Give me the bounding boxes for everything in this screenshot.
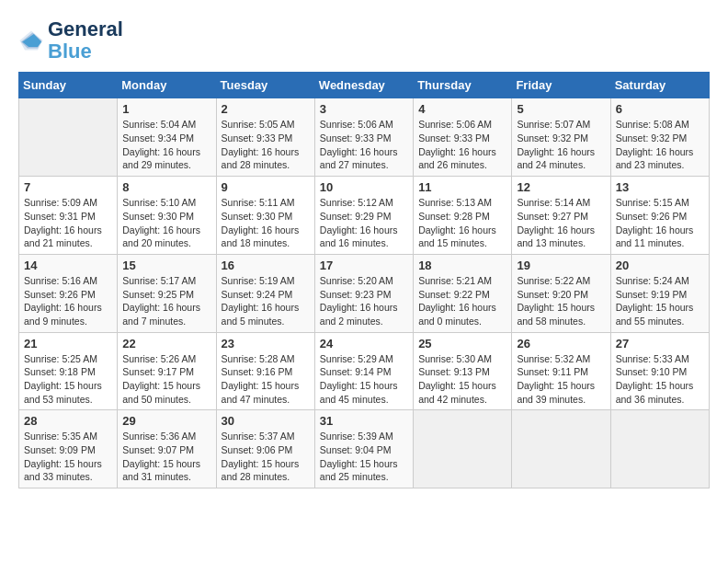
day-number: 22: [122, 337, 210, 350]
day-cell: 22Sunrise: 5:26 AM Sunset: 9:17 PM Dayli…: [118, 332, 216, 410]
day-cell: 9Sunrise: 5:11 AM Sunset: 9:30 PM Daylig…: [216, 177, 314, 255]
day-info: Sunrise: 5:30 AM Sunset: 9:13 PM Dayligh…: [418, 352, 506, 407]
day-number: 8: [122, 180, 210, 194]
day-cell: [414, 410, 512, 488]
day-number: 6: [616, 102, 704, 116]
day-info: Sunrise: 5:29 AM Sunset: 9:14 PM Dayligh…: [320, 352, 408, 407]
day-info: Sunrise: 5:17 AM Sunset: 9:25 PM Dayligh…: [122, 274, 210, 328]
day-number: 20: [616, 259, 704, 272]
day-number: 31: [320, 414, 408, 428]
day-cell: 15Sunrise: 5:17 AM Sunset: 9:25 PM Dayli…: [118, 254, 216, 332]
day-info: Sunrise: 5:06 AM Sunset: 9:33 PM Dayligh…: [320, 118, 408, 172]
day-info: Sunrise: 5:16 AM Sunset: 9:26 PM Dayligh…: [24, 274, 112, 328]
day-cell: 31Sunrise: 5:39 AM Sunset: 9:04 PM Dayli…: [314, 410, 413, 488]
week-row-4: 21Sunrise: 5:25 AM Sunset: 9:18 PM Dayli…: [19, 332, 710, 410]
header-cell-wednesday: Wednesday: [314, 73, 413, 98]
day-info: Sunrise: 5:21 AM Sunset: 9:22 PM Dayligh…: [418, 274, 506, 328]
day-info: Sunrise: 5:28 AM Sunset: 9:16 PM Dayligh…: [222, 352, 310, 407]
day-number: 9: [222, 180, 310, 194]
day-cell: 8Sunrise: 5:10 AM Sunset: 9:30 PM Daylig…: [118, 177, 216, 255]
day-number: 29: [122, 414, 210, 428]
day-number: 21: [24, 337, 112, 350]
day-cell: 7Sunrise: 5:09 AM Sunset: 9:31 PM Daylig…: [19, 177, 118, 255]
week-row-2: 7Sunrise: 5:09 AM Sunset: 9:31 PM Daylig…: [19, 177, 710, 255]
day-info: Sunrise: 5:04 AM Sunset: 9:34 PM Dayligh…: [122, 118, 210, 172]
logo: General Blue: [18, 18, 123, 63]
day-number: 28: [24, 414, 112, 428]
day-info: Sunrise: 5:06 AM Sunset: 9:33 PM Dayligh…: [418, 118, 506, 172]
day-info: Sunrise: 5:39 AM Sunset: 9:04 PM Dayligh…: [320, 430, 408, 484]
day-number: 4: [418, 102, 506, 116]
week-row-5: 28Sunrise: 5:35 AM Sunset: 9:09 PM Dayli…: [19, 410, 710, 488]
day-number: 24: [320, 337, 408, 350]
day-info: Sunrise: 5:37 AM Sunset: 9:06 PM Dayligh…: [222, 430, 310, 484]
logo-icon: [18, 28, 44, 53]
day-cell: 30Sunrise: 5:37 AM Sunset: 9:06 PM Dayli…: [216, 410, 314, 488]
day-cell: 2Sunrise: 5:05 AM Sunset: 9:33 PM Daylig…: [216, 98, 314, 177]
day-cell: 6Sunrise: 5:08 AM Sunset: 9:32 PM Daylig…: [610, 98, 709, 177]
day-cell: 17Sunrise: 5:20 AM Sunset: 9:23 PM Dayli…: [314, 254, 413, 332]
day-cell: 13Sunrise: 5:15 AM Sunset: 9:26 PM Dayli…: [610, 177, 709, 255]
day-number: 10: [320, 180, 408, 194]
day-number: 26: [517, 337, 605, 350]
header-cell-saturday: Saturday: [610, 73, 709, 98]
day-info: Sunrise: 5:32 AM Sunset: 9:11 PM Dayligh…: [517, 352, 605, 407]
day-info: Sunrise: 5:22 AM Sunset: 9:20 PM Dayligh…: [517, 274, 605, 328]
day-number: 1: [122, 102, 210, 116]
day-cell: 20Sunrise: 5:24 AM Sunset: 9:19 PM Dayli…: [610, 254, 709, 332]
calendar-table: SundayMondayTuesdayWednesdayThursdayFrid…: [18, 72, 710, 488]
day-cell: 1Sunrise: 5:04 AM Sunset: 9:34 PM Daylig…: [118, 98, 216, 177]
day-info: Sunrise: 5:20 AM Sunset: 9:23 PM Dayligh…: [320, 274, 408, 328]
day-info: Sunrise: 5:10 AM Sunset: 9:30 PM Dayligh…: [122, 196, 210, 250]
day-cell: 19Sunrise: 5:22 AM Sunset: 9:20 PM Dayli…: [512, 254, 610, 332]
day-number: 25: [418, 337, 506, 350]
day-info: Sunrise: 5:35 AM Sunset: 9:09 PM Dayligh…: [24, 430, 112, 484]
day-number: 17: [320, 259, 408, 272]
day-number: 3: [320, 102, 408, 116]
week-row-1: 1Sunrise: 5:04 AM Sunset: 9:34 PM Daylig…: [19, 98, 710, 177]
day-cell: [512, 410, 610, 488]
day-cell: 16Sunrise: 5:19 AM Sunset: 9:24 PM Dayli…: [216, 254, 314, 332]
header-cell-friday: Friday: [512, 73, 610, 98]
day-number: 14: [24, 259, 112, 272]
day-info: Sunrise: 5:15 AM Sunset: 9:26 PM Dayligh…: [616, 196, 704, 250]
day-number: 11: [418, 180, 506, 194]
day-info: Sunrise: 5:26 AM Sunset: 9:17 PM Dayligh…: [122, 352, 210, 407]
day-cell: 10Sunrise: 5:12 AM Sunset: 9:29 PM Dayli…: [314, 177, 413, 255]
day-number: 19: [517, 259, 605, 272]
day-info: Sunrise: 5:11 AM Sunset: 9:30 PM Dayligh…: [222, 196, 310, 250]
week-row-3: 14Sunrise: 5:16 AM Sunset: 9:26 PM Dayli…: [19, 254, 710, 332]
day-cell: 21Sunrise: 5:25 AM Sunset: 9:18 PM Dayli…: [19, 332, 118, 410]
day-number: 13: [616, 180, 704, 194]
day-number: 5: [517, 102, 605, 116]
day-info: Sunrise: 5:13 AM Sunset: 9:28 PM Dayligh…: [418, 196, 506, 250]
day-cell: 29Sunrise: 5:36 AM Sunset: 9:07 PM Dayli…: [118, 410, 216, 488]
day-number: 30: [222, 414, 310, 428]
day-cell: 28Sunrise: 5:35 AM Sunset: 9:09 PM Dayli…: [19, 410, 118, 488]
day-cell: 23Sunrise: 5:28 AM Sunset: 9:16 PM Dayli…: [216, 332, 314, 410]
header-cell-sunday: Sunday: [19, 73, 118, 98]
day-cell: 24Sunrise: 5:29 AM Sunset: 9:14 PM Dayli…: [314, 332, 413, 410]
day-cell: 4Sunrise: 5:06 AM Sunset: 9:33 PM Daylig…: [414, 98, 512, 177]
day-cell: 14Sunrise: 5:16 AM Sunset: 9:26 PM Dayli…: [19, 254, 118, 332]
day-info: Sunrise: 5:12 AM Sunset: 9:29 PM Dayligh…: [320, 196, 408, 250]
header-row: SundayMondayTuesdayWednesdayThursdayFrid…: [19, 73, 710, 98]
day-info: Sunrise: 5:14 AM Sunset: 9:27 PM Dayligh…: [517, 196, 605, 250]
header-cell-tuesday: Tuesday: [216, 73, 314, 98]
day-cell: 25Sunrise: 5:30 AM Sunset: 9:13 PM Dayli…: [414, 332, 512, 410]
day-cell: [610, 410, 709, 488]
header-cell-thursday: Thursday: [414, 73, 512, 98]
day-info: Sunrise: 5:05 AM Sunset: 9:33 PM Dayligh…: [222, 118, 310, 172]
day-info: Sunrise: 5:07 AM Sunset: 9:32 PM Dayligh…: [517, 118, 605, 172]
day-number: 2: [222, 102, 310, 116]
day-info: Sunrise: 5:08 AM Sunset: 9:32 PM Dayligh…: [616, 118, 704, 172]
day-cell: 27Sunrise: 5:33 AM Sunset: 9:10 PM Dayli…: [610, 332, 709, 410]
day-cell: 12Sunrise: 5:14 AM Sunset: 9:27 PM Dayli…: [512, 177, 610, 255]
day-cell: [19, 98, 118, 177]
day-number: 7: [24, 180, 112, 194]
day-number: 23: [222, 337, 310, 350]
day-number: 16: [222, 259, 310, 272]
day-cell: 11Sunrise: 5:13 AM Sunset: 9:28 PM Dayli…: [414, 177, 512, 255]
day-cell: 26Sunrise: 5:32 AM Sunset: 9:11 PM Dayli…: [512, 332, 610, 410]
day-info: Sunrise: 5:09 AM Sunset: 9:31 PM Dayligh…: [24, 196, 112, 250]
